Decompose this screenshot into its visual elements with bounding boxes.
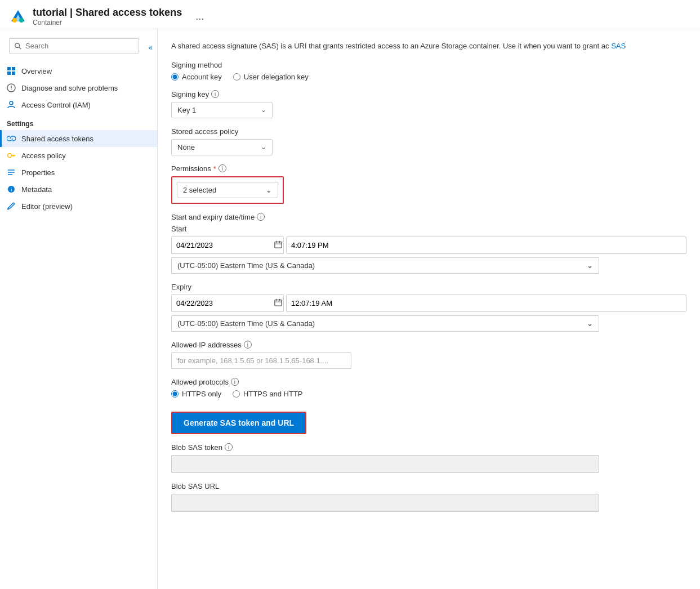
blob-sas-token-info-icon[interactable]: i bbox=[225, 443, 233, 451]
expiry-date-field[interactable] bbox=[171, 294, 284, 312]
allowed-ip-label: Allowed IP addresses i bbox=[171, 341, 686, 349]
account-key-option[interactable]: Account key bbox=[171, 73, 222, 81]
expiry-label: Expiry bbox=[171, 283, 686, 291]
blob-sas-url-section: Blob SAS URL bbox=[171, 482, 686, 512]
signing-method-label: Signing method bbox=[171, 61, 686, 69]
calendar-icon[interactable] bbox=[274, 240, 282, 250]
svg-rect-19 bbox=[275, 300, 282, 306]
svg-rect-4 bbox=[7, 67, 11, 70]
search-input[interactable] bbox=[25, 42, 134, 50]
account-key-label: Account key bbox=[182, 73, 222, 81]
expiry-date-input[interactable] bbox=[176, 299, 271, 307]
sidebar-item-properties[interactable]: Properties bbox=[0, 164, 157, 181]
sidebar-item-label: Diagnose and solve problems bbox=[21, 84, 118, 92]
blob-sas-url-input[interactable] bbox=[171, 494, 599, 512]
svg-text:i: i bbox=[11, 187, 12, 193]
allowed-protocols-info-icon[interactable]: i bbox=[231, 378, 239, 386]
required-star: * bbox=[213, 164, 216, 173]
chevron-down-icon: ⌄ bbox=[261, 106, 266, 114]
start-timezone-dropdown[interactable]: (UTC-05:00) Eastern Time (US & Canada) ⌄ bbox=[171, 257, 599, 274]
sidebar-item-label: Overview bbox=[21, 67, 52, 75]
chevron-down-icon: ⌄ bbox=[266, 186, 272, 194]
sidebar-item-metadata[interactable]: i Metadata bbox=[0, 181, 157, 198]
start-label: Start bbox=[171, 225, 686, 233]
user-delegation-radio[interactable] bbox=[233, 73, 240, 81]
svg-point-8 bbox=[10, 101, 13, 105]
https-only-radio[interactable] bbox=[171, 390, 179, 398]
iam-icon bbox=[7, 100, 16, 109]
sas-link[interactable]: SAS bbox=[611, 42, 626, 50]
calendar-icon[interactable] bbox=[274, 298, 282, 308]
https-http-label: HTTPS and HTTP bbox=[243, 390, 302, 398]
sidebar-item-editor[interactable]: Editor (preview) bbox=[0, 198, 157, 215]
svg-rect-7 bbox=[12, 72, 15, 75]
blob-sas-token-label: Blob SAS token i bbox=[171, 443, 686, 452]
start-row bbox=[171, 237, 686, 254]
blob-sas-token-input[interactable] bbox=[171, 455, 599, 473]
sidebar-item-label: Access Control (IAM) bbox=[21, 101, 91, 109]
account-key-radio[interactable] bbox=[171, 73, 179, 81]
chevron-down-icon: ⌄ bbox=[261, 143, 266, 151]
azure-logo bbox=[9, 8, 27, 26]
signing-key-dropdown[interactable]: Key 1 ⌄ bbox=[171, 102, 273, 118]
title-bar: tutorial | Shared access tokens Containe… bbox=[0, 0, 700, 29]
stored-policy-section: Stored access policy None ⌄ bbox=[171, 127, 686, 155]
https-http-option[interactable]: HTTPS and HTTP bbox=[233, 390, 302, 398]
stored-policy-dropdown[interactable]: None ⌄ bbox=[171, 139, 273, 155]
datetime-label: Start and expiry date/time i bbox=[171, 213, 686, 221]
allowed-ip-info-icon[interactable]: i bbox=[244, 341, 252, 349]
page-title: tutorial | Shared access tokens bbox=[33, 7, 182, 19]
svg-point-0 bbox=[12, 18, 17, 23]
sidebar-item-label: Metadata bbox=[21, 185, 52, 194]
sidebar-item-access-policy[interactable]: Access policy bbox=[0, 147, 157, 164]
sidebar-item-iam[interactable]: Access Control (IAM) bbox=[0, 96, 157, 113]
signing-key-section: Signing key i Key 1 ⌄ bbox=[171, 90, 686, 118]
datetime-section: Start and expiry date/time i Start (UTC-… bbox=[171, 213, 686, 332]
settings-section-label: Settings bbox=[0, 113, 157, 130]
start-time-input[interactable] bbox=[291, 241, 681, 249]
user-delegation-option[interactable]: User delegation key bbox=[233, 73, 309, 81]
signing-method-group: Account key User delegation key bbox=[171, 73, 686, 81]
start-date-field[interactable] bbox=[171, 237, 284, 254]
chevron-down-icon: ⌄ bbox=[587, 261, 593, 270]
editor-icon bbox=[7, 202, 16, 211]
blob-sas-url-label: Blob SAS URL bbox=[171, 482, 686, 490]
start-time-field[interactable] bbox=[286, 237, 686, 254]
signing-key-info-icon[interactable]: i bbox=[211, 90, 219, 98]
sidebar-item-shared-access-tokens[interactable]: Shared access tokens bbox=[0, 130, 157, 147]
svg-point-9 bbox=[8, 154, 12, 158]
permissions-label: Permissions * i bbox=[171, 164, 686, 173]
signing-method-section: Signing method Account key User delegati… bbox=[171, 61, 686, 81]
sidebar-item-label: Access policy bbox=[21, 151, 66, 160]
allowed-ip-input[interactable] bbox=[171, 352, 351, 369]
expiry-time-input[interactable] bbox=[291, 299, 681, 307]
sidebar-item-label: Editor (preview) bbox=[21, 202, 73, 211]
overview-icon bbox=[7, 66, 16, 75]
allowed-protocols-label: Allowed protocols i bbox=[171, 378, 686, 386]
search-box[interactable] bbox=[9, 38, 139, 53]
svg-point-1 bbox=[19, 18, 24, 23]
signing-key-label: Signing key i bbox=[171, 90, 686, 99]
https-only-option[interactable]: HTTPS only bbox=[171, 390, 221, 398]
expiry-time-field[interactable] bbox=[286, 294, 686, 312]
datetime-info-icon[interactable]: i bbox=[257, 213, 265, 221]
start-date-input[interactable] bbox=[176, 241, 271, 249]
diagnose-icon bbox=[7, 83, 16, 92]
protocol-group: HTTPS only HTTPS and HTTP bbox=[171, 390, 686, 398]
user-delegation-label: User delegation key bbox=[244, 73, 309, 81]
page-subtitle: Container bbox=[33, 19, 182, 26]
permissions-info-icon[interactable]: i bbox=[219, 164, 226, 172]
title-section: tutorial | Shared access tokens Containe… bbox=[33, 7, 182, 26]
ellipsis-button[interactable]: ... bbox=[192, 10, 207, 24]
allowed-protocols-section: Allowed protocols i HTTPS only HTTPS and… bbox=[171, 378, 686, 398]
sidebar-item-diagnose[interactable]: Diagnose and solve problems bbox=[0, 79, 157, 96]
search-icon bbox=[14, 42, 22, 50]
generate-sas-button[interactable]: Generate SAS token and URL bbox=[171, 412, 306, 434]
permissions-dropdown[interactable]: 2 selected ⌄ bbox=[177, 182, 278, 198]
https-http-radio[interactable] bbox=[233, 390, 240, 398]
description-text: A shared access signature (SAS) is a URI… bbox=[171, 41, 686, 52]
expiry-timezone-dropdown[interactable]: (UTC-05:00) Eastern Time (US & Canada) ⌄ bbox=[171, 315, 599, 332]
metadata-icon: i bbox=[7, 185, 16, 194]
collapse-button[interactable]: « bbox=[148, 43, 153, 52]
sidebar-item-overview[interactable]: Overview bbox=[0, 63, 157, 79]
